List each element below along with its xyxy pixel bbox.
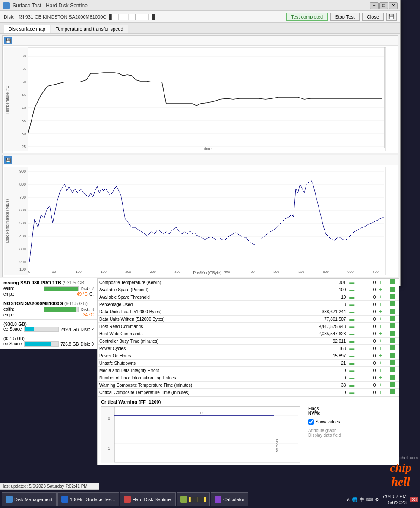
app4-icon [180,496,187,503]
smart-checkbox [387,374,399,382]
surface-test-icon [61,496,68,503]
save-temp-chart-button[interactable]: 💾 [4,37,12,44]
smart-indicator-plus: + [377,338,387,345]
save-perf-chart-button[interactable]: 💾 [4,156,12,164]
svg-text:650: 650 [347,270,354,274]
space1-bar-bg [24,327,59,332]
top-toolbar: Disk: [3] 931 GB KINGSTON SA2000M81000G … [0,11,400,23]
svg-text:500: 500 [19,221,26,225]
disk1-name: msung SSD 980 PRO 1TB (931.5 GB) [3,280,94,285]
svg-text:40: 40 [22,106,26,110]
smart-attr-value: 10 [288,293,347,301]
disk-management-icon [6,496,13,503]
test-status: Test completed [286,13,328,21]
smart-attr-threshold: 0 [360,360,377,367]
smart-indicator-plus: + [377,323,387,330]
smart-attr-value: 0 [288,367,347,374]
taskbar-surface-test[interactable]: 100% - Surface Tes... [57,492,119,506]
smart-checkbox [387,308,399,316]
smart-attr-threshold: 0 [360,308,377,316]
smart-table-row: Media and Data Integrity Errors 0 ▬ 0 + [98,367,399,374]
smart-attr-name: Available Spare Threshold [98,293,288,301]
smart-attr-threshold: 0 [360,301,377,308]
smart-attr-name: Power On Hours [98,352,288,360]
chiphell-logo: chiphell [384,461,418,489]
smart-indicator-plus: + [377,352,387,360]
close-button-top[interactable]: Close [362,13,384,21]
smart-attr-name: Composite Temperature (Kelvin) [98,279,288,286]
smart-table-row: Number of Error Information Log Entries … [98,374,399,382]
taskbar-app4[interactable]: ████ [177,492,210,506]
space2-section: (931.5 GB) ee Space 726.8 GB Disk: 0 [0,334,97,349]
smart-attr-value: 100 [288,286,347,293]
svg-text:60: 60 [22,54,26,58]
main-window: Surface Test - Hard Disk Sentinel − □ ✕ … [0,0,401,286]
svg-text:Disk Performance (MB/s): Disk Performance (MB/s) [5,199,9,243]
taskbar-hard-disk-sentinel[interactable]: Hard Disk Sentinel [120,492,176,506]
watermark-text: www.chiphell.com [384,455,418,460]
tab-disk-surface-map[interactable]: Disk surface map [4,25,50,33]
smart-attr-threshold: 0 [360,316,377,323]
flags-value: NVMe [308,411,341,416]
disk2-section: NGSTON SA2000M81000G (931.5 GB) ealth: D… [0,299,97,320]
smart-attr-name: Media and Data Integrity Errors [98,367,288,374]
show-values-label: Show values [316,420,340,424]
smart-attr-name: Data Units Read (512000 Bytes) [98,308,288,316]
svg-text:500: 500 [273,270,279,274]
smart-indicator-plus: + [377,279,387,286]
smart-table-row: Controller Busy Time (minutes) 92,011 ▬ … [98,338,399,345]
svg-text:0 !: 0 ! [199,411,203,415]
svg-text:550: 550 [298,270,304,274]
svg-rect-0 [4,47,386,151]
smart-indicator-minus: ▬ [347,389,360,396]
svg-text:0: 0 [28,270,31,274]
close-button[interactable]: ✕ [389,2,398,9]
smart-attr-name: Data Units Written (512000 Bytes) [98,316,288,323]
svg-text:700: 700 [19,195,26,199]
smart-indicator-plus: + [377,374,387,382]
perf-chart-header: 💾 [3,155,398,165]
svg-text:400: 400 [19,234,26,238]
smart-attr-value: 2,085,547,623 [288,330,347,338]
space2-row: (931.5 GB) [3,336,94,341]
smart-attr-name: Unsafe Shutdowns [98,360,288,367]
save-result-button[interactable]: 💾 [386,13,397,21]
smart-panel: Composite Temperature (Kelvin) 301 ▬ 0 +… [97,278,399,465]
svg-text:50: 50 [22,80,26,84]
window-controls: − □ ✕ [370,2,398,9]
svg-text:600: 600 [323,270,329,274]
smart-indicator-plus: + [377,316,387,323]
smart-checkbox [387,345,399,352]
temp-chart-header: 💾 [3,36,398,46]
minimize-button[interactable]: − [370,2,379,9]
disk1-health-row: ealth: Disk: 2 [3,286,94,291]
svg-text:100: 100 [76,270,82,274]
space2-bar-fill [25,342,51,346]
disk-name-block: ████████████ [109,14,155,20]
svg-rect-22 [4,167,386,275]
svg-text:250: 250 [150,270,156,274]
maximize-button[interactable]: □ [379,2,388,9]
smart-indicator-plus: + [377,367,387,374]
hard-disk-sentinel-icon [124,496,131,503]
smart-attr-threshold: 0 [360,352,377,360]
smart-attr-name: Percentage Used [98,301,288,308]
taskbar: Disk Management 100% - Surface Tes... Ha… [0,491,420,508]
show-values-checkbox[interactable] [308,419,314,425]
taskbar-calculator[interactable]: Calculator [211,492,249,506]
taskbar-disk-management[interactable]: Disk Management [2,492,57,506]
smart-table-row: Data Units Read (512000 Bytes) 338,671,2… [98,308,399,316]
stop-test-button[interactable]: Stop Test [330,13,360,21]
smart-table-row: Available Spare Threshold 10 ▬ 0 + [98,293,399,301]
tab-temperature-transfer[interactable]: Temperature and transfer speed [51,25,128,33]
disk1-section: msung SSD 980 PRO 1TB (931.5 GB) ealth: … [0,278,97,299]
svg-text:45: 45 [22,93,26,97]
smart-attr-threshold: 0 [360,286,377,293]
svg-text:400: 400 [224,270,230,274]
smart-checkbox [387,279,399,286]
svg-text:350: 350 [199,270,205,274]
smart-indicator-plus: + [377,308,387,316]
smart-indicator-minus: ▬ [347,374,360,382]
smart-attr-threshold: 0 [360,374,377,382]
disk-label: Disk: [4,14,14,19]
